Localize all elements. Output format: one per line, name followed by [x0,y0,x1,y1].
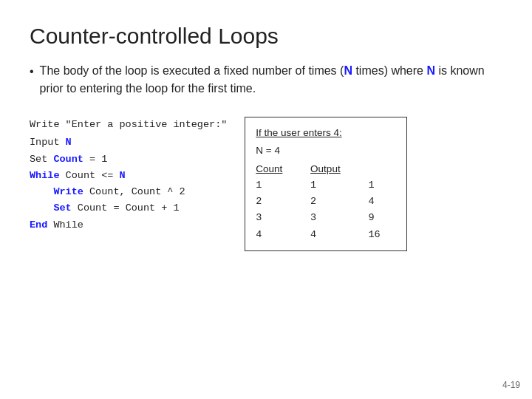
code-section: Write "Enter a positive integer:" Input … [30,117,502,251]
bullet-prefix: The body of the loop is executed a fixed… [40,64,344,77]
row2-count: 2 [256,194,299,210]
count-keyword: Count [53,154,83,165]
end-while-line: End While [30,217,227,233]
while-cond: Count <= [60,170,120,181]
while-keyword: While [30,170,60,181]
bullet-middle: times) where [352,64,426,77]
while-line: While Count <= N [30,168,227,184]
info-box-header: If the user enters 4: [256,125,396,141]
bullet-content: The body of the loop is executed a fixed… [40,62,502,98]
bullet-section: • The body of the loop is executed a fix… [30,62,502,98]
page-title: Counter-controlled Loops [30,24,502,49]
while-n-keyword: N [120,170,126,181]
bullet-text: • The body of the loop is executed a fix… [30,62,502,98]
write-line: Write "Enter a positive integer:" [30,117,227,133]
write-inner-val: Count, Count ^ 2 [83,186,185,197]
set-inner-val: Count = Count + 1 [72,202,180,214]
bullet-n2: N [426,64,435,77]
code-block: Write "Enter a positive integer:" Input … [30,117,227,251]
row2-out2: 4 [368,194,396,210]
info-n-value: N = 4 [256,143,396,159]
end-keyword: End [30,219,47,231]
end-while-rest: While [47,219,83,231]
row3-count: 3 [256,210,299,226]
row1-count: 1 [256,177,299,194]
write-inner-keyword: Write [53,186,83,197]
col-output-header: Output [310,161,356,177]
row1-out1: 1 [310,177,356,194]
set-text: Set [30,154,53,165]
input-line: Input N [30,134,227,151]
write-text: Write "Enter a positive integer:" [30,119,227,130]
row1-out2: 1 [368,177,396,194]
set-inner-line: Set Count = Count + 1 [30,200,227,216]
set-inner-keyword: Set [53,202,71,214]
page-container: Counter-controlled Loops • The body of t… [0,0,532,399]
row4-out1: 4 [310,227,356,243]
row3-out1: 3 [310,210,356,226]
bullet-n1: N [344,64,352,77]
row3-out2: 9 [368,210,396,226]
write-inner-line: Write Count, Count ^ 2 [30,184,227,200]
row4-out2: 16 [368,227,396,243]
input-n-keyword: N [66,137,72,148]
info-box: If the user enters 4: N = 4 Count Output… [245,117,407,251]
set-count-line: Set Count = 1 [30,151,227,168]
row2-out1: 2 [310,194,356,210]
bullet-dot: • [30,63,34,98]
col-count-header: Count [256,161,299,177]
set-eq: = 1 [83,154,107,165]
page-number: 4-19 [502,380,520,390]
col-empty-header [368,161,396,177]
row4-count: 4 [256,227,299,243]
input-text: Input [30,137,66,148]
info-table: Count Output 1 1 1 2 2 4 3 3 9 4 4 16 [256,161,396,243]
